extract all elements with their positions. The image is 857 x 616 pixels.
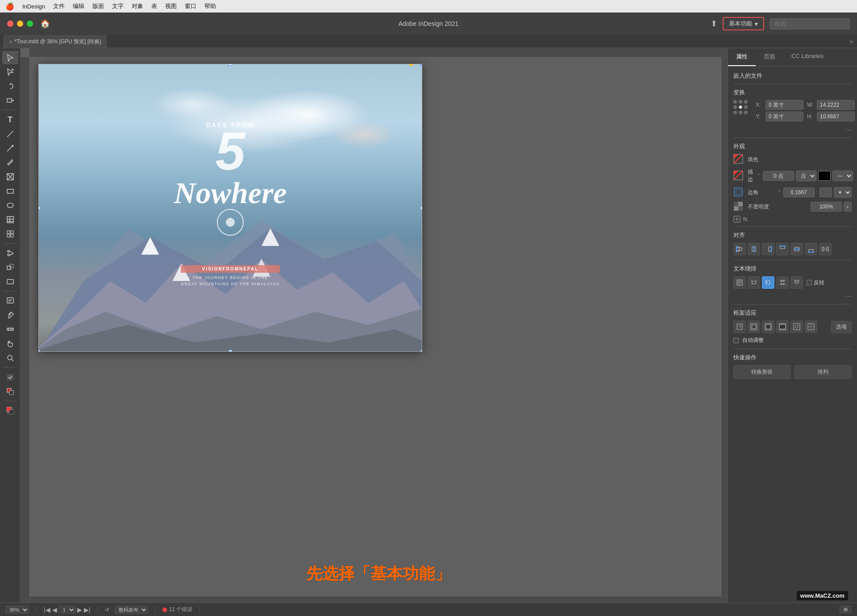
nav-last-page[interactable]: ▶| bbox=[84, 606, 91, 613]
tool-rectangle2[interactable] bbox=[2, 275, 18, 288]
handle-top-left[interactable] bbox=[38, 64, 40, 66]
fit-options-button[interactable]: 选项 bbox=[831, 321, 852, 333]
y-input[interactable] bbox=[765, 112, 803, 121]
menu-indesign[interactable]: InDesign bbox=[22, 3, 45, 10]
tool-text[interactable]: T bbox=[2, 113, 18, 126]
tool-direct-selection[interactable] bbox=[2, 65, 18, 79]
nav-first-page[interactable]: |◀ bbox=[44, 606, 50, 613]
menu-text[interactable]: 文字 bbox=[112, 2, 124, 10]
tool-grid[interactable] bbox=[2, 227, 18, 241]
tool-zoom[interactable] bbox=[2, 351, 18, 365]
align-center-h[interactable] bbox=[748, 243, 760, 255]
h-input[interactable] bbox=[817, 112, 855, 121]
handle-corner-yellow[interactable] bbox=[409, 64, 413, 66]
convert-shape-button[interactable]: 转换形状 bbox=[733, 365, 791, 379]
minimize-button[interactable] bbox=[17, 21, 23, 27]
publish-select[interactable]: 数码发布 bbox=[115, 606, 148, 614]
ref-dot-mr[interactable] bbox=[744, 105, 748, 109]
corner-value-input[interactable] bbox=[783, 187, 815, 197]
textwrap-jump[interactable] bbox=[776, 276, 789, 289]
menu-object[interactable]: 对象 bbox=[132, 2, 143, 10]
ref-dot-tl[interactable] bbox=[733, 100, 737, 104]
tool-color-fill[interactable] bbox=[2, 385, 18, 398]
menu-window[interactable]: 窗口 bbox=[185, 2, 196, 10]
tabs-overflow-icon[interactable]: » bbox=[849, 37, 853, 46]
fx-row[interactable]: fx. bbox=[733, 216, 852, 223]
corner-style-select[interactable]: ▾ bbox=[834, 187, 852, 198]
handle-bottom-center[interactable] bbox=[229, 350, 232, 352]
tab-cc-libraries[interactable]: CC Libraries bbox=[783, 48, 832, 66]
fit-content-proportionally[interactable] bbox=[733, 320, 746, 333]
menu-layout[interactable]: 版面 bbox=[92, 2, 104, 10]
ref-dot-tr[interactable] bbox=[744, 100, 748, 104]
handle-middle-left[interactable] bbox=[38, 206, 40, 210]
tool-frame-resize[interactable] bbox=[2, 94, 18, 107]
handle-top-right[interactable] bbox=[420, 64, 422, 66]
fit-frame-to-content[interactable] bbox=[748, 320, 760, 333]
nav-prev-page[interactable]: ◀ bbox=[52, 606, 57, 613]
tab-close-icon[interactable]: × bbox=[9, 39, 12, 44]
tool-swap-colors[interactable] bbox=[2, 404, 18, 417]
menu-view[interactable]: 视图 bbox=[165, 2, 177, 10]
auto-adjust-checkbox[interactable] bbox=[733, 338, 739, 343]
document-canvas[interactable]: DAYS FROM 5 Nowhere VISIONFROMNEPAL THE … bbox=[38, 64, 422, 352]
preflight-status[interactable]: 11 个错误 bbox=[162, 606, 192, 613]
align-left-edge[interactable] bbox=[733, 243, 746, 255]
menu-help[interactable]: 帮助 bbox=[204, 2, 216, 10]
tool-frame[interactable] bbox=[2, 170, 18, 183]
textwrap-skip[interactable] bbox=[790, 276, 803, 289]
opacity-value-input[interactable] bbox=[811, 202, 842, 212]
ref-dot-bl[interactable] bbox=[733, 111, 737, 114]
tool-table[interactable] bbox=[2, 213, 18, 226]
menu-table[interactable]: 表 bbox=[151, 2, 157, 10]
tool-line[interactable] bbox=[2, 127, 18, 141]
menu-file[interactable]: 文件 bbox=[53, 2, 65, 10]
ref-dot-br[interactable] bbox=[744, 111, 748, 114]
handle-bottom-left[interactable] bbox=[38, 350, 40, 352]
scrollbar-vertical[interactable] bbox=[721, 57, 728, 596]
tool-transform[interactable] bbox=[2, 261, 18, 274]
distribute-h[interactable] bbox=[819, 243, 832, 255]
reference-point-grid[interactable] bbox=[733, 100, 749, 115]
close-button[interactable] bbox=[7, 21, 13, 27]
tool-eyedropper[interactable] bbox=[2, 308, 18, 322]
tool-selection[interactable] bbox=[2, 51, 18, 64]
stroke-color-swatch[interactable] bbox=[818, 171, 831, 181]
handle-middle-right[interactable] bbox=[420, 206, 422, 210]
ref-dot-ml[interactable] bbox=[733, 105, 737, 109]
fit-content-to-frame[interactable] bbox=[762, 320, 774, 333]
canvas-content[interactable]: DAYS FROM 5 Nowhere VISIONFROMNEPAL THE … bbox=[29, 57, 728, 603]
tool-pen[interactable] bbox=[2, 142, 18, 155]
workspace-button[interactable]: 基本功能 ▾ bbox=[723, 17, 764, 30]
share-icon[interactable]: ⬆ bbox=[711, 19, 717, 29]
center-content[interactable] bbox=[790, 320, 803, 333]
scrollbar-horizontal[interactable] bbox=[29, 596, 728, 603]
x-input[interactable] bbox=[765, 100, 803, 110]
tool-rectangle[interactable] bbox=[2, 184, 18, 198]
tool-ellipse[interactable] bbox=[2, 199, 18, 212]
tab-properties[interactable]: 属性 bbox=[728, 48, 756, 66]
document-tab[interactable]: × *Tour.indd @ 36% [GPU 预览] [转换] bbox=[4, 35, 107, 48]
fill-frame-proportionally[interactable] bbox=[776, 320, 789, 333]
align-bottom-edge[interactable] bbox=[805, 243, 817, 255]
opacity-arrow[interactable]: › bbox=[844, 202, 852, 212]
tool-rotate[interactable] bbox=[2, 79, 18, 93]
menu-edit[interactable]: 编辑 bbox=[73, 2, 84, 10]
zoom-select[interactable]: 36% bbox=[5, 606, 29, 614]
maximize-button[interactable] bbox=[27, 21, 33, 27]
reverse-checkbox[interactable] bbox=[807, 280, 812, 285]
textwrap-contour[interactable] bbox=[762, 276, 774, 289]
tool-note[interactable] bbox=[2, 294, 18, 308]
stroke-unit-select[interactable]: 点 bbox=[796, 171, 816, 181]
arrange-button[interactable]: 排列 bbox=[795, 365, 852, 379]
fill-proportionally[interactable] bbox=[805, 320, 817, 333]
stroke-value-input[interactable] bbox=[763, 171, 794, 181]
ref-dot-tc[interactable] bbox=[739, 100, 742, 104]
textwrap-none[interactable] bbox=[733, 276, 746, 289]
view-toggle-button[interactable]: ⊞ bbox=[840, 606, 852, 613]
handle-bottom-right[interactable] bbox=[420, 350, 422, 352]
transform-more-options[interactable]: ··· bbox=[733, 126, 852, 134]
align-top-edge[interactable] bbox=[776, 243, 789, 255]
tool-pencil[interactable] bbox=[2, 156, 18, 169]
tool-preflight[interactable] bbox=[2, 370, 18, 384]
